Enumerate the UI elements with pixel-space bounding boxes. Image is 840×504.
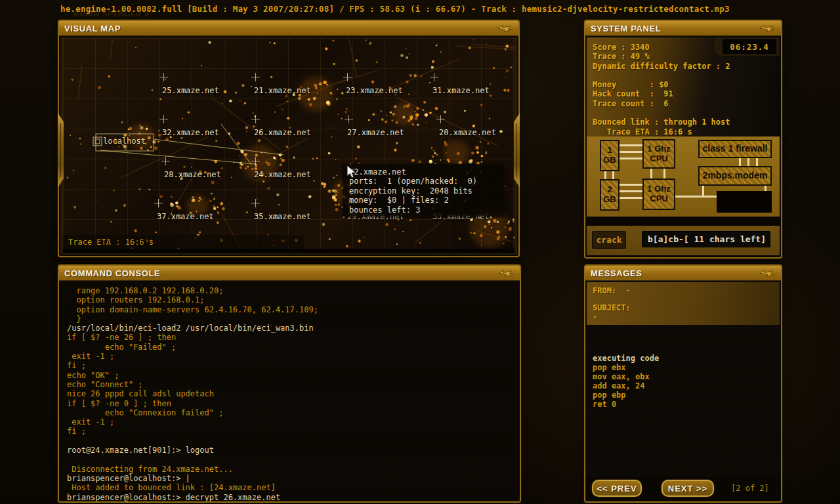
message-line: mov eax, ebx (593, 372, 780, 381)
panel-decoration-icon (496, 23, 513, 33)
message-meta-line: FROM: - (593, 287, 780, 295)
message-page-indicator: [2 of 2] (731, 484, 769, 493)
messages-body: FROM: - SUBJECT:- executing codepop ebxm… (587, 282, 780, 500)
system-stats-area: Score : 3340Trace : 49 %Dynamic difficul… (587, 37, 780, 136)
crosshair-marker (343, 73, 352, 81)
cpu1-speed: 1 Ghz (647, 144, 670, 154)
crosshair-marker (345, 115, 353, 123)
console-line: echo "Connexion failed" ; (67, 408, 512, 417)
system-panel-header: SYSTEM PANEL (585, 21, 781, 36)
crosshair-marker (159, 73, 168, 81)
console-line: root@24.xmaze.net[901]:> logout (67, 446, 512, 455)
map-node[interactable]: 23.xmaze.net (346, 83, 403, 96)
ram2-size: 2 (607, 185, 612, 195)
tooltip-line: ports: 1 (open/hacked: 0) (349, 177, 497, 186)
system-stat-line: Bounced link : through 1 host (593, 117, 730, 127)
map-node[interactable]: 24.xmaze.net (254, 167, 311, 180)
command-console-panel: COMMAND CONSOLE range 192.168.0.2 192.16… (58, 264, 521, 503)
message-line: executing code (593, 354, 780, 363)
console-line: Host added to bounced link : [24.xmaze.n… (67, 483, 512, 492)
console-line: echo "Failed" ; (67, 343, 512, 352)
system-stat-line: Trace : 49 % (593, 52, 730, 61)
map-node-localhost[interactable]: localhost (103, 136, 146, 146)
system-divider-strip (587, 217, 780, 226)
console-output[interactable]: range 192.168.0.2 192.168.0.20; option r… (60, 282, 518, 500)
map-viewport[interactable]: 25.xmaze.net21.xmaze.net23.xmaze.net31.x… (63, 38, 514, 249)
map-node[interactable]: 32.xmaze.net (162, 125, 219, 138)
crosshair-marker (161, 157, 170, 165)
cpu2-label: CPU (650, 194, 667, 204)
console-line: /usr/local/bin/eci-load2 /usr/local/bin/… (67, 324, 512, 333)
console-line: brianspencer@localhost:> | (67, 474, 512, 483)
console-line: exit -1 ; (67, 417, 512, 427)
message-meta-line: - (593, 313, 780, 322)
map-node[interactable]: 28.xmaze.net (164, 167, 221, 180)
system-stat-line (593, 71, 730, 80)
panel-decoration-icon (497, 268, 514, 278)
crosshair-marker (251, 73, 260, 81)
message-meta-line: SUBJECT: (593, 304, 780, 312)
map-node-label: 26.xmaze.net (254, 128, 311, 137)
map-node-label: 32.xmaze.net (162, 128, 219, 137)
messages-title: MESSAGES (591, 268, 642, 278)
prev-message-button[interactable]: << PREV (592, 480, 642, 497)
command-console-header: COMMAND CONSOLE (59, 266, 520, 281)
console-line: if [ $? -ne 26 ] ; then (67, 333, 512, 342)
firewall-label: class 1 firewall (703, 144, 768, 154)
console-line: exit -1 ; (67, 352, 512, 361)
crosshair-marker (430, 73, 438, 81)
crack-input[interactable] (642, 231, 770, 247)
visual-map-title: VISUAL MAP (64, 24, 121, 33)
message-line: pop ebp (593, 390, 780, 400)
message-content: executing codepop ebxmov eax, ebxadd eax… (587, 325, 780, 448)
map-node[interactable]: 37.xmaze.net (157, 209, 214, 222)
ram2-unit: GB (603, 195, 616, 205)
cpu1-label: CPU (650, 154, 667, 164)
console-line: brianspencer@localhost:> decrypt 26.xmaz… (67, 493, 512, 501)
map-node[interactable]: 26.xmaze.net (254, 125, 311, 138)
ram1-unit: GB (603, 156, 616, 165)
console-line: } (67, 314, 512, 324)
messages-footer: << PREV NEXT >> [2 of 2] (587, 476, 780, 500)
mouse-cursor (346, 165, 357, 179)
message-line: pop ebx (593, 363, 780, 372)
map-node[interactable]: 35.xmaze.net (254, 209, 311, 222)
timer-value: 06:23.4 (730, 42, 769, 52)
crack-button[interactable]: crack (592, 231, 626, 249)
message-line: ret 0 (593, 400, 780, 409)
map-node[interactable]: 21.xmaze.net (254, 83, 311, 96)
message-meta: FROM: - SUBJECT:- (587, 282, 780, 325)
map-node[interactable]: 27.xmaze.net (347, 125, 404, 138)
system-panel-body: Score : 3340Trace : 49 %Dynamic difficul… (587, 37, 780, 256)
panel-decoration-icon (759, 23, 776, 33)
tooltip-host: 22.xmaze.net (349, 167, 497, 177)
system-stat-line: Trace ETA : 16:6 s (593, 127, 730, 136)
map-bottom-strip (63, 249, 514, 253)
visual-map-panel: VISUAL MAP 25.xmaze.net21.xmaze.net23.xm… (58, 20, 520, 257)
hardware-ram1: 1 GB (600, 140, 620, 171)
console-line: option domain-name-servers 62.4.16.70, 6… (67, 305, 512, 314)
tooltip-line: bounces left: 3 (349, 205, 497, 215)
ram1-size: 1 (607, 146, 612, 156)
map-node[interactable]: 20.xmaze.net (439, 125, 496, 138)
console-line (67, 455, 512, 464)
map-node[interactable]: 25.xmaze.net (162, 83, 219, 96)
next-message-button[interactable]: NEXT >> (662, 480, 714, 497)
console-line: range 192.168.0.2 192.168.0.20; (67, 286, 512, 295)
crack-row: crack (587, 226, 780, 255)
trace-eta-text: Trace ETA : 16:6 s (68, 238, 154, 247)
map-node-label: 23.xmaze.net (346, 86, 403, 95)
console-line (67, 436, 512, 446)
tooltip-details: ports: 1 (open/hacked: 0)encryption key:… (349, 177, 497, 215)
panel-decoration-icon (759, 268, 776, 278)
map-node-label: 25.xmaze.net (162, 86, 219, 95)
engine-status-bar: he.engine-1.00.0082.full [Build : May 3 … (60, 4, 730, 14)
system-stat-line: Hack count : 91 (593, 89, 730, 98)
messages-header: MESSAGES (585, 266, 781, 281)
map-node[interactable]: 31.xmaze.net (432, 83, 490, 96)
system-stat-line: Dynamic difficulty factor : 2 (593, 62, 730, 71)
console-line: fi ; (67, 361, 512, 370)
system-stat-line: Money : $0 (593, 80, 730, 89)
console-line: if [ $? -ne 0 ] ; then (67, 399, 512, 408)
system-stats: Score : 3340Trace : 49 %Dynamic difficul… (593, 43, 730, 136)
